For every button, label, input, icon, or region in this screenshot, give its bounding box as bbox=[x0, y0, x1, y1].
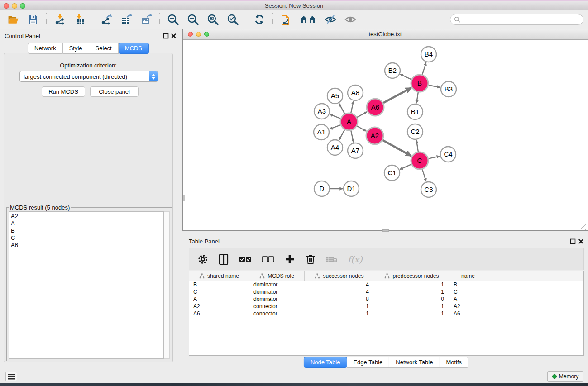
mcds-result-item[interactable]: A2 bbox=[11, 213, 163, 220]
graph-node-B2[interactable]: B2 bbox=[385, 63, 400, 78]
graph-node-A4[interactable]: A4 bbox=[327, 140, 343, 155]
graph-edge-A-A7[interactable] bbox=[351, 131, 354, 143]
table-row[interactable]: A2connector11A2 bbox=[189, 303, 583, 310]
network-vertical-scroll-thumb[interactable] bbox=[183, 195, 185, 201]
column-header-predecessor-nodes[interactable]: predecessor nodes bbox=[374, 271, 449, 281]
tab-mcds[interactable]: MCDS bbox=[119, 43, 149, 54]
close-panel-icon[interactable] bbox=[171, 33, 177, 39]
graph-edge-A-A1[interactable] bbox=[330, 125, 341, 129]
graph-node-A8[interactable]: A8 bbox=[348, 85, 363, 100]
run-mcds-button[interactable]: Run MCDS bbox=[42, 86, 85, 97]
graph-node-C4[interactable]: C4 bbox=[440, 147, 456, 162]
refresh-layout-button[interactable] bbox=[253, 13, 266, 26]
export-network-button[interactable] bbox=[100, 13, 113, 26]
close-table-panel-icon[interactable] bbox=[578, 238, 584, 244]
mcds-result-item[interactable]: A6 bbox=[11, 242, 163, 249]
column-header-MCDS-role[interactable]: MCDS role bbox=[249, 271, 305, 281]
graph-node-A3[interactable]: A3 bbox=[314, 104, 330, 119]
table-tab-motifs[interactable]: Motifs bbox=[440, 357, 468, 368]
graph-node-A1[interactable]: A1 bbox=[314, 124, 329, 140]
table-tab-node-table[interactable]: Node Table bbox=[304, 357, 347, 368]
task-history-button[interactable] bbox=[5, 372, 17, 381]
search-input[interactable] bbox=[460, 15, 583, 24]
graph-edge-A-A4[interactable] bbox=[339, 130, 344, 140]
column-header-successor-nodes[interactable]: successor nodes bbox=[305, 271, 374, 281]
float-table-panel-icon[interactable] bbox=[570, 238, 576, 244]
column-header-shared-name[interactable]: shared name bbox=[189, 271, 249, 281]
graph-node-A7[interactable]: A7 bbox=[348, 143, 363, 158]
delete-column-button[interactable] bbox=[305, 253, 316, 265]
graph-node-C3[interactable]: C3 bbox=[421, 182, 436, 197]
save-session-button[interactable] bbox=[26, 13, 40, 26]
show-panels-button[interactable] bbox=[344, 13, 357, 26]
network-canvas[interactable]: AA1A2A3A4A5A6A7A8BB1B2B3B4CC1C2C3C4DD1 bbox=[183, 40, 588, 230]
column-view-button[interactable] bbox=[218, 253, 229, 265]
graph-node-D1[interactable]: D1 bbox=[344, 181, 359, 196]
table-tab-network-table[interactable]: Network Table bbox=[389, 357, 440, 368]
graph-edge-C-C3[interactable] bbox=[422, 169, 426, 181]
resize-grip-icon[interactable] bbox=[581, 224, 587, 230]
graph-node-A2[interactable]: A2 bbox=[366, 127, 383, 144]
graph-node-A[interactable]: A bbox=[340, 113, 358, 130]
mcds-list-scrollbar[interactable] bbox=[164, 211, 170, 359]
graph-edge-A2-C[interactable] bbox=[382, 140, 411, 156]
mcds-result-item[interactable]: B bbox=[11, 227, 163, 234]
graph-edge-A-A6[interactable] bbox=[357, 112, 367, 117]
function-builder-button[interactable]: f(x) bbox=[348, 253, 363, 265]
export-table-button[interactable] bbox=[120, 13, 133, 26]
delete-table-button[interactable] bbox=[326, 253, 338, 265]
graph-edge-B-B3[interactable] bbox=[429, 85, 440, 87]
graph-edge-C-C4[interactable] bbox=[429, 156, 440, 159]
mcds-result-list[interactable]: A2ABCA6 bbox=[9, 211, 164, 359]
graph-edge-A-A3[interactable] bbox=[330, 114, 341, 119]
graph-node-C2[interactable]: C2 bbox=[407, 124, 423, 139]
criterion-dropdown[interactable]: largest connected component (directed) bbox=[19, 71, 158, 82]
table-row[interactable]: Adominator80A bbox=[189, 295, 583, 303]
mcds-result-item[interactable]: A bbox=[11, 220, 163, 227]
new-network-document-button[interactable] bbox=[279, 13, 293, 26]
graph-node-B1[interactable]: B1 bbox=[407, 104, 423, 119]
memory-button[interactable]: Memory bbox=[547, 371, 583, 382]
zoom-in-button[interactable] bbox=[166, 13, 180, 26]
network-horizontal-scroll-thumb[interactable] bbox=[382, 229, 389, 232]
import-table-button[interactable] bbox=[73, 13, 86, 26]
graph-node-B3[interactable]: B3 bbox=[441, 81, 456, 97]
tab-network[interactable]: Network bbox=[28, 43, 63, 54]
graph-node-B[interactable]: B bbox=[411, 75, 428, 92]
graph-edge-A-A5[interactable] bbox=[339, 104, 344, 114]
graph-edge-A6-B[interactable] bbox=[383, 88, 411, 103]
graph-edge-C-C1[interactable] bbox=[400, 164, 411, 169]
table-row[interactable]: Bdominator41B bbox=[189, 281, 583, 288]
hide-panels-button[interactable] bbox=[324, 13, 337, 26]
mcds-result-item[interactable]: C bbox=[11, 234, 163, 242]
graph-node-A6[interactable]: A6 bbox=[367, 99, 384, 116]
column-header-name[interactable]: name bbox=[449, 271, 487, 281]
float-panel-icon[interactable] bbox=[163, 33, 169, 39]
zoom-selected-button[interactable] bbox=[226, 13, 239, 26]
zoom-out-button[interactable] bbox=[186, 13, 200, 26]
import-network-button[interactable] bbox=[53, 13, 67, 26]
graph-node-D[interactable]: D bbox=[314, 181, 330, 196]
table-tab-edge-table[interactable]: Edge Table bbox=[347, 357, 389, 368]
table-row[interactable]: A6connector11A6 bbox=[189, 310, 583, 317]
graph-edge-A-A8[interactable] bbox=[351, 101, 354, 113]
table-settings-button[interactable] bbox=[197, 253, 208, 265]
table-row[interactable]: Cdominator41C bbox=[189, 288, 583, 295]
network-window-titlebar[interactable]: testGlobe.txt bbox=[183, 29, 588, 40]
zoom-fit-button[interactable] bbox=[206, 13, 220, 26]
tab-select[interactable]: Select bbox=[89, 43, 119, 54]
graph-edge-C-C2[interactable] bbox=[416, 140, 418, 152]
search-field[interactable] bbox=[450, 14, 583, 25]
export-image-button[interactable] bbox=[139, 13, 153, 26]
graph-edge-B-B4[interactable] bbox=[422, 62, 426, 75]
graph-edge-B-B1[interactable] bbox=[416, 92, 418, 103]
open-session-button[interactable] bbox=[6, 13, 20, 26]
graph-node-C1[interactable]: C1 bbox=[384, 165, 400, 181]
close-panel-button[interactable]: Close panel bbox=[90, 86, 139, 97]
graph-node-C[interactable]: C bbox=[411, 152, 428, 169]
graph-node-B4[interactable]: B4 bbox=[421, 47, 436, 62]
graph-edge-A-A2[interactable] bbox=[357, 126, 367, 131]
tab-style[interactable]: Style bbox=[63, 43, 89, 54]
add-column-button[interactable] bbox=[284, 253, 295, 265]
select-all-button[interactable] bbox=[239, 253, 252, 265]
